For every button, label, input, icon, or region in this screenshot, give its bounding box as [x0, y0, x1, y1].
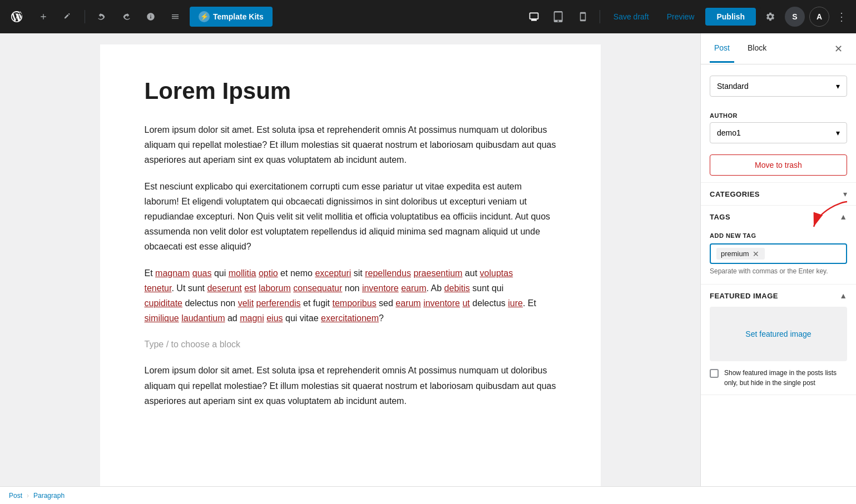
gear-settings-button[interactable] — [760, 7, 780, 27]
featured-checkbox[interactable] — [710, 369, 719, 378]
paragraph-3[interactable]: Et magnam quas qui mollitia optio et nem… — [145, 266, 556, 326]
desktop-view-button[interactable] — [524, 7, 544, 27]
wp-logo-icon — [10, 10, 23, 23]
block-placeholder[interactable]: Type / to choose a block — [145, 337, 556, 352]
close-icon: ✕ — [834, 43, 843, 55]
link-magnam[interactable]: magnam — [155, 268, 190, 278]
status-bar: Post › Paragraph — [0, 486, 856, 504]
featured-image-section-header[interactable]: Featured image ▲ — [701, 285, 856, 307]
status-paragraph-link[interactable]: Paragraph — [33, 492, 65, 500]
format-dropdown[interactable]: Standard ▾ — [710, 76, 847, 97]
undo-icon — [97, 12, 106, 21]
post-body: Lorem ipsum dolor sit amet. Est soluta i… — [145, 122, 556, 408]
link-similique[interactable]: similique — [145, 313, 179, 323]
template-kits-button[interactable]: ⚡ Template Kits — [190, 7, 273, 27]
plus-icon — [39, 12, 48, 21]
link-deserunt[interactable]: deserunt — [207, 283, 241, 293]
info-button[interactable] — [141, 7, 161, 27]
categories-section-header[interactable]: Categories ▾ — [701, 183, 856, 205]
tags-title: Tags — [710, 213, 730, 221]
link-earum2[interactable]: earum — [395, 298, 420, 308]
add-new-tag-label: ADD NEW TAG — [710, 232, 847, 239]
set-featured-image-button[interactable]: Set featured image — [710, 307, 847, 361]
link-ut[interactable]: ut — [462, 298, 469, 308]
link-repellendus[interactable]: repellendus — [365, 268, 411, 278]
add-block-button[interactable] — [33, 7, 53, 27]
sidebar-close-button[interactable]: ✕ — [829, 40, 847, 58]
link-mollitia[interactable]: mollitia — [229, 268, 256, 278]
preview-button[interactable]: Preview — [660, 8, 701, 26]
tag-input[interactable] — [768, 249, 840, 258]
author-label: AUTHOR — [701, 106, 856, 122]
link-velit[interactable]: velit — [238, 298, 254, 308]
post-title[interactable]: Lorem Ipsum — [145, 78, 556, 104]
tab-post[interactable]: Post — [710, 34, 734, 63]
list-view-button[interactable] — [165, 7, 185, 27]
edit-button[interactable] — [58, 7, 78, 27]
link-laborum[interactable]: laborum — [259, 283, 291, 293]
paragraph-4[interactable]: Lorem ipsum dolor sit amet. Est soluta i… — [145, 363, 556, 408]
info-icon — [146, 12, 155, 21]
s-avatar-button[interactable]: S — [785, 7, 805, 27]
link-est[interactable]: est — [244, 283, 256, 293]
tag-chip-premium: premium ✕ — [716, 248, 765, 260]
categories-section: Categories ▾ — [701, 183, 856, 206]
redo-button[interactable] — [116, 7, 136, 27]
link-perferendis[interactable]: perferendis — [256, 298, 301, 308]
link-laudantium[interactable]: laudantium — [181, 313, 225, 323]
link-excepturi[interactable]: excepturi — [315, 268, 351, 278]
link-temporibus[interactable]: temporibus — [333, 298, 377, 308]
link-cupiditate[interactable]: cupiditate — [145, 298, 183, 308]
link-earum[interactable]: earum — [401, 283, 426, 293]
save-draft-button[interactable]: Save draft — [607, 8, 656, 26]
link-consequatur[interactable]: consequatur — [293, 283, 342, 293]
a-avatar-button[interactable]: A — [809, 7, 829, 27]
featured-image-content: Set featured image Show featured image i… — [701, 307, 856, 395]
paragraph-1[interactable]: Lorem ipsum dolor sit amet. Est soluta i… — [145, 122, 556, 168]
categories-title: Categories — [710, 190, 760, 198]
tab-block[interactable]: Block — [743, 34, 771, 63]
tag-hint: Separate with commas or the Enter key. — [710, 267, 847, 275]
link-voluptas[interactable]: voluptas — [480, 268, 513, 278]
chevron-down-icon-author: ▾ — [836, 128, 840, 137]
mobile-view-button[interactable] — [573, 7, 593, 27]
sidebar-header: Post Block ✕ — [701, 33, 856, 64]
more-options-button[interactable]: ⋮ — [834, 8, 849, 26]
link-exercitationem[interactable]: exercitationem — [321, 313, 379, 323]
link-debitis[interactable]: debitis — [444, 283, 470, 293]
wp-logo-button[interactable] — [7, 7, 27, 27]
link-quas[interactable]: quas — [192, 268, 212, 278]
edit-icon — [63, 12, 72, 21]
featured-image-chevron-icon: ▲ — [839, 291, 847, 300]
link-inventore[interactable]: inventore — [362, 283, 399, 293]
link-tenetur[interactable]: tenetur — [145, 283, 172, 293]
toolbar-right: Save draft Preview Publish S A ⋮ — [524, 7, 849, 27]
tags-chevron-icon: ▲ — [839, 212, 847, 221]
link-inventore2[interactable]: inventore — [423, 298, 460, 308]
mobile-icon — [578, 12, 588, 22]
tags-section-header[interactable]: Tags ▲ — [701, 206, 856, 228]
set-featured-image-label: Set featured image — [745, 330, 811, 338]
publish-button[interactable]: Publish — [705, 8, 756, 26]
author-dropdown[interactable]: demo1 ▾ — [710, 122, 847, 143]
paragraph-2[interactable]: Est nesciunt explicabo qui exercitatione… — [145, 179, 556, 255]
template-kits-label: Template Kits — [213, 12, 264, 21]
toolbar: ⚡ Template Kits Save draft Preview Publi… — [0, 0, 856, 33]
tag-chip-remove-button[interactable]: ✕ — [751, 250, 760, 258]
sidebar: Post Block ✕ Standard ▾ AUTHOR demo1 ▾ M… — [700, 33, 856, 486]
link-magni[interactable]: magni — [240, 313, 264, 323]
redo-icon — [122, 12, 131, 21]
link-eius[interactable]: eius — [266, 313, 283, 323]
link-iure[interactable]: iure — [508, 298, 523, 308]
tablet-view-button[interactable] — [548, 7, 568, 27]
featured-image-section: Featured image ▲ Set featured image Show… — [701, 285, 856, 395]
link-optio[interactable]: optio — [259, 268, 278, 278]
template-kits-icon: ⚡ — [199, 11, 210, 22]
link-praesentium[interactable]: praesentium — [413, 268, 462, 278]
tag-input-wrapper[interactable]: premium ✕ — [710, 243, 847, 264]
status-post-link[interactable]: Post — [9, 492, 22, 500]
toolbar-separator-1 — [85, 10, 85, 23]
status-bar-separator: › — [27, 492, 29, 500]
undo-button[interactable] — [92, 7, 112, 27]
move-to-trash-button[interactable]: Move to trash — [710, 154, 847, 176]
